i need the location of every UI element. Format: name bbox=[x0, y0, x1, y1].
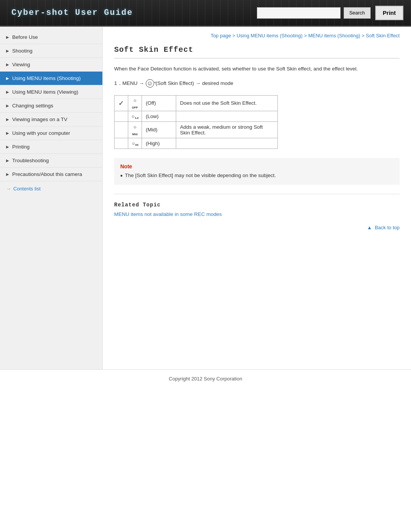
main-wrapper: ▶ Before Use ▶ Shooting ▶ Viewing ▶ Usin… bbox=[0, 27, 411, 369]
mode-icon-off: ☺OFF bbox=[132, 98, 138, 108]
arrow-icon: ▶ bbox=[6, 172, 9, 176]
table-cell-mode-lo: (Low) bbox=[142, 111, 176, 121]
header-controls: Search Print bbox=[257, 6, 411, 20]
back-to-top[interactable]: ▲ Back to top bbox=[114, 225, 400, 230]
arrow-icon: ▶ bbox=[6, 104, 9, 108]
sidebar-item-label: Using MENU items (Shooting) bbox=[12, 75, 81, 81]
sidebar-item-label: Troubleshooting bbox=[12, 158, 49, 163]
table-cell-desc-mid: Adds a weak, medium or strong Soft Skin … bbox=[176, 121, 278, 138]
arrow-icon: ▶ bbox=[6, 117, 9, 121]
breadcrumb-sep2: > bbox=[304, 33, 308, 38]
sidebar-item-changing-settings[interactable]: ▶ Changing settings bbox=[0, 99, 102, 113]
contents-arrow-icon: → bbox=[6, 186, 11, 192]
table-cell-check-lo bbox=[115, 111, 128, 121]
breadcrumb-sep1: > bbox=[233, 33, 237, 38]
table-row: ☺Mid (Mid) Adds a weak, medium or strong… bbox=[115, 121, 278, 138]
note-content: The [Soft Skin Effect] may not be visibl… bbox=[125, 173, 276, 178]
table-cell-icon-mid: ☺Mid bbox=[128, 121, 142, 138]
mode-icon-hi: ☺Hi bbox=[131, 141, 138, 145]
sidebar-item-viewing-tv[interactable]: ▶ Viewing images on a TV bbox=[0, 113, 102, 126]
sidebar-item-label: Printing bbox=[12, 144, 30, 150]
page-description: When the Face Detection function is acti… bbox=[114, 65, 400, 73]
copyright: Copyright 2012 Sony Corporation bbox=[169, 376, 242, 382]
table-row: ✓ ☺OFF (Off) Does not use the Soft Skin … bbox=[115, 95, 278, 111]
sidebar-item-label: Precautions/About this camera bbox=[12, 171, 82, 177]
sidebar-item-label: Changing settings bbox=[12, 103, 53, 109]
back-to-top-label: Back to top bbox=[375, 225, 400, 230]
print-button[interactable]: Print bbox=[375, 6, 403, 20]
table-cell-desc-off: Does not use the Soft Skin Effect. bbox=[176, 95, 278, 111]
table-cell-icon-off: ☺OFF bbox=[128, 95, 142, 111]
sidebar-item-precautions[interactable]: ▶ Precautions/About this camera bbox=[0, 168, 102, 181]
breadcrumb-top[interactable]: Top page bbox=[210, 33, 231, 38]
arrow-icon: ▶ bbox=[6, 35, 9, 39]
search-input[interactable] bbox=[257, 7, 341, 19]
instruction-prefix: 1．MENU bbox=[114, 80, 137, 87]
mode-icon-mid: ☺Mid bbox=[132, 125, 138, 135]
sidebar-item-label: Shooting bbox=[12, 48, 32, 54]
arrow-icon: ▶ bbox=[6, 62, 9, 67]
instruction-line: 1．MENU → ☺+ (Soft Skin Effect) → desired… bbox=[114, 79, 400, 88]
breadcrumb-current: Soft Skin Effect bbox=[366, 33, 400, 38]
table-cell-mode-hi: (High) bbox=[142, 138, 176, 149]
content-area: Top page > Using MENU items (Shooting) >… bbox=[103, 27, 411, 369]
instruction-end: desired mode bbox=[202, 80, 233, 86]
contents-list-label: Contents list bbox=[13, 186, 41, 192]
arrow-icon-1: → bbox=[139, 80, 144, 86]
table-cell-check: ✓ bbox=[115, 95, 128, 111]
arrow-icon: ▶ bbox=[6, 76, 9, 80]
breadcrumb: Top page > Using MENU items (Shooting) >… bbox=[114, 33, 400, 38]
checkmark-icon: ✓ bbox=[118, 99, 124, 107]
arrow-icon: ▶ bbox=[6, 145, 9, 149]
sidebar-item-label: Viewing images on a TV bbox=[12, 117, 67, 122]
sidebar-item-troubleshooting[interactable]: ▶ Troubleshooting bbox=[0, 154, 102, 168]
table-cell-desc-lo bbox=[176, 111, 278, 121]
sidebar-item-label: Using MENU items (Viewing) bbox=[12, 89, 78, 95]
table-cell-mode-mid: (Mid) bbox=[142, 121, 176, 138]
sidebar-item-before-use[interactable]: ▶ Before Use bbox=[0, 30, 102, 44]
related-section: Related Topic MENU items not available i… bbox=[114, 202, 400, 217]
sidebar-item-label: Using with your computer bbox=[12, 130, 70, 136]
app-title: Cyber-shot User Guide bbox=[0, 8, 133, 18]
table-cell-desc-hi bbox=[176, 138, 278, 149]
table-cell-icon-lo: ☺Lo bbox=[128, 111, 142, 121]
header: Cyber-shot User Guide Search Print bbox=[0, 0, 411, 27]
sidebar-item-using-computer[interactable]: ▶ Using with your computer bbox=[0, 126, 102, 140]
settings-table: ✓ ☺OFF (Off) Does not use the Soft Skin … bbox=[114, 95, 278, 149]
arrow-icon: ▶ bbox=[6, 131, 9, 135]
contents-list-link[interactable]: → Contents list bbox=[0, 181, 102, 196]
sidebar-item-printing[interactable]: ▶ Printing bbox=[0, 140, 102, 154]
breadcrumb-menu-items[interactable]: MENU items (Shooting) bbox=[308, 33, 360, 38]
table-cell-mode-off: (Off) bbox=[142, 95, 176, 111]
breadcrumb-using-menu-shooting[interactable]: Using MENU items (Shooting) bbox=[237, 33, 303, 38]
soft-skin-icon: ☺+ bbox=[146, 79, 154, 88]
arrow-icon: ▶ bbox=[6, 90, 9, 94]
search-button[interactable]: Search bbox=[344, 7, 371, 19]
table-row: ☺Lo (Low) bbox=[115, 111, 278, 121]
bullet-icon: • bbox=[120, 173, 123, 179]
related-link[interactable]: MENU items not available in some REC mod… bbox=[114, 211, 222, 217]
arrow-icon: ▶ bbox=[6, 158, 9, 163]
sidebar-item-using-menu-viewing[interactable]: ▶ Using MENU items (Viewing) bbox=[0, 85, 102, 99]
sidebar-item-label: Viewing bbox=[12, 62, 30, 67]
mode-icon-lo: ☺Lo bbox=[131, 114, 139, 118]
note-title: Note bbox=[120, 163, 393, 169]
breadcrumb-sep3: > bbox=[362, 33, 366, 38]
arrow-icon: ▶ bbox=[6, 49, 9, 53]
sidebar-item-using-menu-shooting[interactable]: ▶ Using MENU items (Shooting) bbox=[0, 72, 102, 85]
page-title: Soft Skin Effect bbox=[114, 45, 400, 59]
table-cell-icon-hi: ☺Hi bbox=[128, 138, 142, 149]
table-row: ☺Hi (High) bbox=[115, 138, 278, 149]
divider bbox=[114, 194, 400, 194]
note-box: Note • The [Soft Skin Effect] may not be… bbox=[114, 158, 400, 185]
table-cell-check-hi bbox=[115, 138, 128, 149]
sidebar-item-viewing[interactable]: ▶ Viewing bbox=[0, 58, 102, 72]
arrow-icon-2: → bbox=[196, 80, 201, 86]
sidebar: ▶ Before Use ▶ Shooting ▶ Viewing ▶ Usin… bbox=[0, 27, 103, 369]
back-arrow-icon: ▲ bbox=[367, 225, 372, 230]
table-cell-check-mid bbox=[115, 121, 128, 138]
instruction-suffix: (Soft Skin Effect) bbox=[156, 80, 194, 86]
related-title: Related Topic bbox=[114, 202, 400, 208]
sidebar-item-label: Before Use bbox=[12, 34, 38, 40]
sidebar-item-shooting[interactable]: ▶ Shooting bbox=[0, 44, 102, 58]
